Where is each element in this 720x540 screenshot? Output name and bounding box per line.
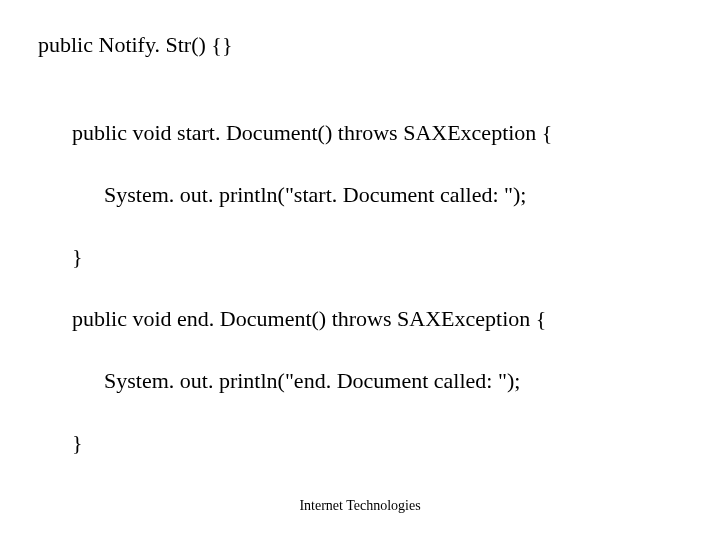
- code-line-startdoc-close: }: [72, 244, 83, 270]
- slide: public Notify. Str() {} public void star…: [0, 0, 720, 540]
- code-line-constructor: public Notify. Str() {}: [38, 32, 232, 58]
- code-line-startdoc-body: System. out. println("start. Document ca…: [104, 182, 526, 208]
- code-line-enddoc-close: }: [72, 430, 83, 456]
- code-line-startdoc-signature: public void start. Document() throws SAX…: [72, 120, 552, 146]
- slide-footer: Internet Technologies: [0, 498, 720, 514]
- code-line-enddoc-body: System. out. println("end. Document call…: [104, 368, 520, 394]
- code-line-enddoc-signature: public void end. Document() throws SAXEx…: [72, 306, 546, 332]
